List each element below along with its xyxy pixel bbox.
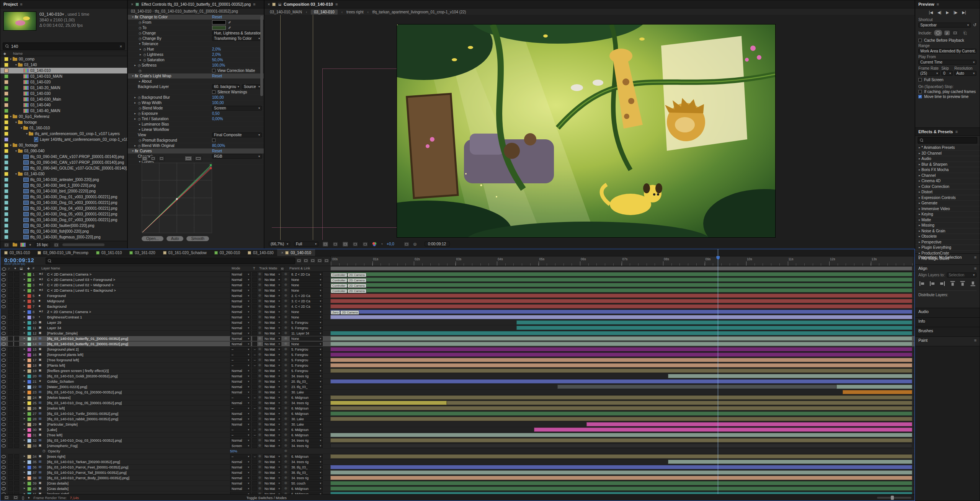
current-time-display[interactable]: 0:00:09:12 <box>425 242 450 246</box>
group-name[interactable]: Tolerance <box>142 42 158 46</box>
track-matte-dropdown[interactable]: No Mat▾ <box>263 422 281 426</box>
layer-name[interactable]: [tfq_03_140-010_Parrot_Feet_[00001-00352… <box>47 465 128 469</box>
label-color-chip[interactable] <box>27 444 31 448</box>
parent-link-dropdown[interactable]: 5. Foregrou▾ <box>290 326 323 330</box>
track-matte-dropdown[interactable]: No Mat▾ <box>263 374 281 378</box>
timeline-comp-tab[interactable]: 03_161-020_Schadow <box>159 249 211 256</box>
layer-name[interactable]: [tfq_03_140-010_Parrot_Body_[00001-00352… <box>47 476 129 480</box>
switch-cell[interactable] <box>8 486 13 491</box>
project-item-name[interactable]: tfq_03_140-030_anteater_[000-220].png <box>30 178 99 182</box>
mode-dropdown[interactable]: –▾ <box>230 358 251 362</box>
layer-duration-bar[interactable] <box>330 347 912 351</box>
group-name[interactable]: Linear Workflow <box>142 127 169 132</box>
property-value[interactable]: 50% <box>230 449 237 453</box>
track-matte-pickwhip-icon[interactable]: ◎ <box>258 342 261 345</box>
eye-icon[interactable] <box>2 455 6 458</box>
project-bit-depth[interactable]: 16 bpc <box>35 242 50 247</box>
eye-icon[interactable] <box>2 396 6 399</box>
switch-cell[interactable] <box>14 363 19 367</box>
project-tree-item[interactable]: tfq_03_140-030_Dog_07_v003_[00001-00221]… <box>0 217 127 223</box>
property-value[interactable]: 80,00% <box>212 144 225 148</box>
switch-cell[interactable] <box>252 486 257 491</box>
track-matte-dropdown[interactable]: No Mat▾ <box>263 395 281 400</box>
twirl-icon[interactable]: ▾ <box>23 444 26 447</box>
switch-cell[interactable] <box>252 379 257 384</box>
track-matte-dropdown[interactable]: No Mat▾ <box>263 336 281 341</box>
project-tree-item[interactable]: 03_140-030_Main <box>0 96 127 102</box>
timeline-layer-row[interactable]: ▸2★♯C < 2D Camera | Level 03 ~ Foregroun… <box>0 277 915 282</box>
layer-duration-bar[interactable] <box>330 438 912 442</box>
label-color-chip[interactable] <box>27 348 31 352</box>
twirl-icon[interactable]: ▸ <box>918 152 921 155</box>
switch-cell[interactable] <box>252 315 257 319</box>
switch-cell[interactable] <box>14 411 19 416</box>
project-tree-item[interactable]: ▾01_160-010 <box>0 125 127 131</box>
timeline-layer-row[interactable]: ▸3★♯C < 2D Camera | Level 02 ~ Midground… <box>0 282 915 288</box>
timeline-layer-row[interactable]: ▸37▤[tfq_03_140-010_Parrot_Tail_[00001-0… <box>0 470 915 475</box>
project-tree-item[interactable]: tfq_03_140-030_Dog_04_v003_[00001-00221]… <box>0 206 127 211</box>
parent-pickwhip-icon[interactable]: ◎ <box>284 465 287 468</box>
twirl-icon[interactable]: ▸ <box>138 122 142 126</box>
layer-marker-chip[interactable]: 2D Camera <box>348 278 366 282</box>
switch-cell[interactable] <box>252 460 257 464</box>
switch-cell[interactable] <box>8 347 13 351</box>
switch-cell[interactable] <box>252 438 257 442</box>
effect-property-row[interactable]: ▸◷Background Blur100,00 <box>128 95 264 100</box>
project-tree-item[interactable]: PLayer 140/tfq_amt_conferenceroom_03_cro… <box>0 137 127 142</box>
twirl-icon[interactable]: ▸ <box>23 326 26 329</box>
project-item-name[interactable]: tfq_03_140-030_Dog_03_v003_[00001-00221]… <box>30 201 117 205</box>
eye-icon[interactable] <box>2 273 6 276</box>
transparency-grid-icon[interactable] <box>332 242 338 247</box>
eye-icon[interactable] <box>2 305 6 308</box>
twirl-icon[interactable]: ▸ <box>23 454 26 458</box>
label-color-chip[interactable] <box>27 294 31 298</box>
switch-cell[interactable] <box>8 465 13 469</box>
project-item-name[interactable]: 00_comp <box>19 57 34 61</box>
label-color-chip[interactable] <box>4 103 8 107</box>
number-column-header[interactable]: # <box>33 266 34 270</box>
effect-name[interactable]: Change to Color <box>140 15 168 19</box>
layer-marker-chip[interactable]: Controller <box>331 273 347 277</box>
layer-duration-bar[interactable] <box>330 411 912 416</box>
mode-dropdown[interactable]: Screen▾ <box>230 444 251 448</box>
switch-cell[interactable] <box>252 385 257 389</box>
effect-property-row[interactable]: ▸◷Exposure0,50 <box>128 111 264 116</box>
tab-composition[interactable]: Composition 03_140-010 <box>284 2 333 7</box>
layer-duration-bar[interactable] <box>330 342 912 346</box>
parent-link-dropdown[interactable]: None▾ <box>290 342 323 346</box>
label-color-chip[interactable] <box>4 235 8 239</box>
track-matte-dropdown[interactable]: No Mat▾ <box>263 283 281 287</box>
project-item-name[interactable]: 03_140-010 <box>39 12 62 16</box>
parent-pickwhip-icon[interactable]: ◎ <box>284 363 287 367</box>
frame-blend-icon[interactable] <box>310 258 316 263</box>
layer-name[interactable]: [tfq_03_140-010_Dog_05_[00001-00352].png… <box>47 401 122 405</box>
label-color-chip[interactable] <box>4 195 8 199</box>
project-item-name[interactable]: 03_140 <box>24 63 37 67</box>
parent-link-dropdown[interactable]: 38. tfq_03_▾ <box>290 470 323 475</box>
timeline-layer-row[interactable]: ▸7■BackgroundNormal▾◎No Mat▾◎4. C < 2D C… <box>0 304 915 309</box>
range-dropdown[interactable]: Work Area Extended By Current...▾ <box>918 49 977 54</box>
timeline-zoom-slider[interactable] <box>877 497 911 499</box>
timeline-layer-row[interactable]: ▸30▣[Lake]–▾–◎No Mat▾◎6. Midgroun▾ <box>0 427 915 432</box>
switch-cell[interactable] <box>8 428 13 432</box>
eye-icon[interactable] <box>2 369 6 372</box>
align-layers-to-dropdown[interactable]: Selection▾ <box>947 273 977 277</box>
parent-pickwhip-icon[interactable]: ◎ <box>284 476 287 479</box>
parent-pickwhip-icon[interactable]: ◎ <box>284 347 287 351</box>
switch-cell[interactable] <box>8 310 13 314</box>
effects-category[interactable]: ▸Blur & Sharpen <box>915 162 980 167</box>
property-value[interactable]: 0,50 <box>212 111 219 116</box>
composition-mini-flowchart-icon[interactable] <box>296 258 302 263</box>
eye-icon[interactable] <box>2 471 6 474</box>
switch-cell[interactable] <box>14 358 19 362</box>
twirl-icon[interactable]: ▸ <box>918 163 921 166</box>
parent-link-dropdown[interactable]: 6. Midgroun▾ <box>290 428 323 432</box>
track-matte-pickwhip-icon[interactable]: ◎ <box>258 401 261 404</box>
parent-pickwhip-icon[interactable]: ◎ <box>284 401 287 404</box>
mode-dropdown[interactable]: Normal▾ <box>230 304 251 308</box>
effects-category[interactable]: ▸Perspective <box>915 239 980 245</box>
switch-cell[interactable] <box>8 374 13 378</box>
twirl-icon[interactable]: ▸ <box>23 465 26 468</box>
eye-icon[interactable] <box>2 375 6 378</box>
play-from-dropdown[interactable]: Current Time▾ <box>918 60 977 65</box>
